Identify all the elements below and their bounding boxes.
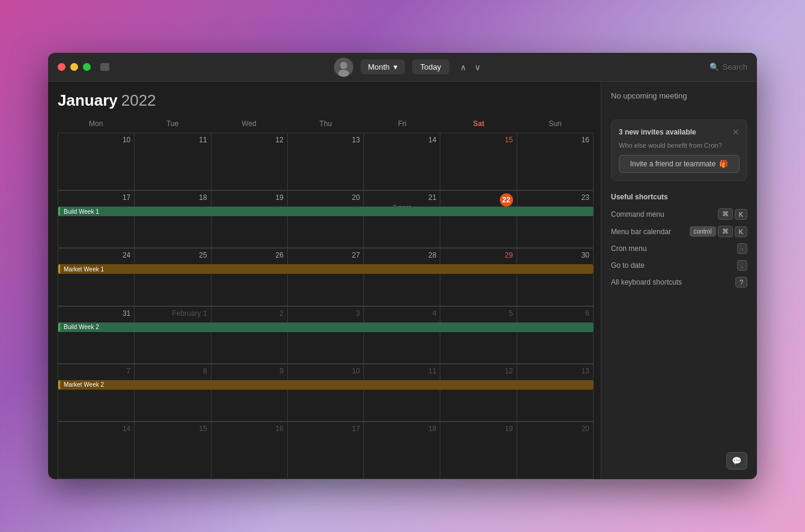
cell-feb4[interactable]: 4 (364, 307, 440, 364)
cell-feb10[interactable]: 10 (288, 364, 364, 422)
cell-jan23[interactable]: 23 (517, 191, 594, 248)
maximize-button[interactable] (83, 63, 91, 71)
cell-feb5[interactable]: 5 (440, 307, 517, 364)
cell-jan11[interactable]: 11 (135, 133, 211, 190)
key-question: ? (735, 277, 747, 288)
cell-feb11[interactable]: 11 (364, 364, 440, 422)
split-button[interactable] (100, 63, 109, 71)
shortcuts-title: Useful shortcuts (611, 193, 747, 201)
key-k2: K (735, 226, 747, 237)
key-control: control (690, 226, 716, 237)
event-build-week-2[interactable]: Build Week 2 (58, 322, 594, 332)
cell-feb16[interactable]: 16 (211, 422, 288, 479)
cell-feb15[interactable]: 15 (135, 422, 211, 479)
event-market-week-1[interactable]: Market Week 1 (58, 264, 594, 274)
cell-feb20[interactable]: 20 (517, 422, 594, 479)
no-meeting-text: No upcoming meeting (611, 91, 747, 100)
next-button[interactable]: ∨ (471, 60, 484, 74)
cell-feb6[interactable]: 6 (517, 307, 594, 364)
svg-point-2 (338, 70, 349, 77)
day-header-wed: Wed (211, 117, 287, 130)
cell-feb18[interactable]: 18 (364, 422, 440, 479)
cell-jan18[interactable]: 18 (135, 191, 211, 248)
cell-jan20[interactable]: 20 (288, 191, 364, 248)
week-row-2: 17 18 19 20 21 2 more 22 23 Build Week 1 (58, 190, 594, 248)
cell-jan27[interactable]: 27 (288, 249, 364, 306)
cell-jan25[interactable]: 25 (135, 249, 211, 306)
cell-feb14[interactable]: 14 (58, 422, 135, 479)
main-window: Month ▾ Today ∧ ∨ 🔍 Search January2022 M… (48, 53, 757, 479)
day-header-fri: Fri (364, 117, 440, 130)
cell-jan29[interactable]: 29 (440, 249, 517, 306)
cell-feb9[interactable]: 9 (211, 364, 288, 422)
invite-button-label: Invite a friend or teammate (630, 160, 716, 168)
cell-jan21[interactable]: 21 2 more (364, 191, 440, 248)
key-dot: · (737, 243, 747, 254)
day-header-thu: Thu (287, 117, 363, 130)
cell-jan28[interactable]: 28 (364, 249, 440, 306)
cell-feb7[interactable]: 7 (58, 364, 135, 422)
event-market-week-2[interactable]: Market Week 2 (58, 380, 594, 390)
svg-point-1 (340, 62, 347, 69)
week-row-4: 31 February 1 2 3 4 5 6 Build Week 2 (58, 306, 594, 364)
cell-jan22[interactable]: 22 (440, 191, 517, 248)
cell-feb17[interactable]: 17 (288, 422, 364, 479)
day-header-tue: Tue (134, 117, 210, 130)
chevron-down-icon: ▾ (393, 62, 398, 71)
cell-feb12[interactable]: 12 (440, 364, 517, 422)
cell-jan26[interactable]: 26 (211, 249, 288, 306)
shortcut-all: All keyboard shortcuts ? (611, 277, 747, 288)
invite-close-button[interactable]: ✕ (732, 127, 740, 137)
key-cmd2: ⌘ (718, 226, 733, 237)
feedback-button[interactable]: 💬 (726, 452, 747, 470)
month-view-button[interactable]: Month ▾ (360, 59, 404, 74)
key-period: . (737, 260, 747, 271)
feedback-icon: 💬 (732, 456, 742, 465)
month-label: January (58, 91, 118, 109)
titlebar-center: Month ▾ Today ∧ ∨ (109, 58, 709, 77)
shortcut-menu-bar: Menu bar calendar control ⌘ K (611, 226, 747, 237)
nav-buttons: ∧ ∨ (457, 60, 484, 74)
close-button[interactable] (58, 63, 65, 71)
cell-jan16[interactable]: 16 (517, 133, 594, 190)
cell-feb19[interactable]: 19 (440, 422, 517, 479)
cell-feb8[interactable]: 8 (135, 364, 211, 422)
cell-feb2[interactable]: 2 (211, 307, 288, 364)
avatar[interactable] (334, 58, 353, 77)
cell-jan13[interactable]: 13 (288, 133, 364, 190)
cell-feb3[interactable]: 3 (288, 307, 364, 364)
invite-card-title: 3 new invites available (619, 128, 696, 136)
day-header-sun: Sun (517, 117, 594, 130)
cell-jan24[interactable]: 24 (58, 249, 135, 306)
main-content: January2022 Mon Tue Wed Thu Fri Sat Sun … (48, 82, 757, 479)
shortcut-goto-date: Go to date . (611, 260, 747, 271)
cell-jan14[interactable]: 14 (364, 133, 440, 190)
gift-icon: 🎁 (719, 160, 728, 168)
shortcuts-section: Useful shortcuts Command menu ⌘ K Menu b… (611, 193, 747, 294)
cell-jan15[interactable]: 15 (440, 133, 517, 190)
shortcut-command-menu: Command menu ⌘ K (611, 208, 747, 220)
prev-button[interactable]: ∧ (457, 60, 470, 74)
search-area[interactable]: 🔍 Search (709, 62, 747, 71)
week-row-1: 10 11 12 13 14 15 16 (58, 133, 594, 190)
cell-feb1[interactable]: February 1 (135, 307, 211, 364)
event-build-week-1[interactable]: Build Week 1 (58, 207, 594, 216)
sidebar: No upcoming meeting 3 new invites availa… (601, 82, 757, 479)
search-label: Search (723, 62, 747, 71)
cell-jan31[interactable]: 31 (58, 307, 135, 364)
cell-feb13[interactable]: 13 (517, 364, 594, 422)
cell-jan19[interactable]: 19 (211, 191, 288, 248)
invite-card: 3 new invites available ✕ Who else would… (611, 119, 747, 181)
cell-jan12[interactable]: 12 (211, 133, 288, 190)
weeks-container: 10 11 12 13 14 15 16 17 18 19 20 21 2 (58, 133, 594, 479)
year-label: 2022 (121, 91, 156, 109)
invite-friend-button[interactable]: Invite a friend or teammate 🎁 (619, 155, 740, 173)
cell-jan17[interactable]: 17 (58, 191, 135, 248)
cell-jan10[interactable]: 10 (58, 133, 135, 190)
key-k: K (735, 209, 747, 220)
day-header-mon: Mon (58, 117, 134, 130)
minimize-button[interactable] (70, 63, 78, 71)
today-button[interactable]: Today (412, 59, 450, 74)
shortcut-cron-menu: Cron menu · (611, 243, 747, 254)
cell-jan30[interactable]: 30 (517, 249, 594, 306)
